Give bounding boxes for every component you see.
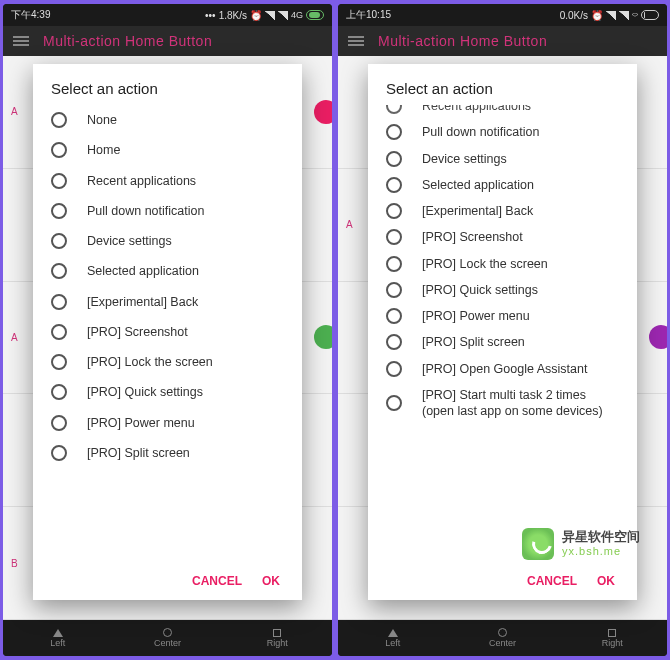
radio-icon	[386, 151, 402, 167]
status-time: 上午10:15	[346, 8, 391, 22]
nav-left[interactable]: Left	[338, 620, 448, 656]
radio-icon	[386, 395, 402, 411]
signal-icon	[619, 11, 629, 20]
radio-icon	[51, 233, 67, 249]
dialog-title: Select an action	[368, 64, 637, 105]
radio-option[interactable]: Recent applications	[41, 166, 294, 196]
circle-icon	[498, 628, 507, 637]
cancel-button[interactable]: CANCEL	[192, 574, 242, 588]
radio-option[interactable]: [PRO] Power menu	[376, 303, 629, 329]
radio-option[interactable]: Selected application	[376, 172, 629, 198]
radio-option[interactable]: [PRO] Lock the screen	[41, 347, 294, 377]
dialog-title: Select an action	[33, 64, 302, 105]
nav-right[interactable]: Right	[222, 620, 332, 656]
nav-right[interactable]: Right	[557, 620, 667, 656]
radio-icon	[386, 105, 402, 114]
radio-option[interactable]: [Experimental] Back	[41, 287, 294, 317]
radio-icon	[51, 324, 67, 340]
radio-option[interactable]: [PRO] Quick settings	[41, 377, 294, 407]
square-icon	[273, 629, 281, 637]
dialog-actions: CANCEL OK	[368, 564, 637, 600]
status-time: 下午4:39	[11, 8, 50, 22]
radio-option[interactable]: Home	[41, 135, 294, 165]
triangle-icon	[388, 629, 398, 637]
bottom-nav: Left Center Right	[338, 620, 667, 656]
dialog-actions: CANCEL OK	[33, 564, 302, 600]
nav-center[interactable]: Center	[448, 620, 558, 656]
radio-icon	[386, 124, 402, 140]
ok-button[interactable]: OK	[262, 574, 280, 588]
hamburger-icon[interactable]	[348, 36, 364, 46]
radio-icon	[386, 203, 402, 219]
radio-icon	[386, 334, 402, 350]
battery-icon	[641, 10, 659, 20]
radio-option[interactable]: Device settings	[376, 146, 629, 172]
radio-option[interactable]: None	[41, 105, 294, 135]
status-4g: 4G	[291, 10, 303, 20]
hamburger-icon[interactable]	[13, 36, 29, 46]
radio-option[interactable]: Device settings	[41, 226, 294, 256]
radio-option[interactable]: Pull down notification	[41, 196, 294, 226]
alarm-icon: ⏰	[591, 10, 603, 21]
radio-icon	[51, 354, 67, 370]
radio-option[interactable]: [PRO] Lock the screen	[376, 251, 629, 277]
alarm-icon: ⏰	[250, 10, 262, 21]
status-net: 1.8K/s	[219, 10, 247, 21]
radio-option[interactable]: [PRO] Split screen	[41, 438, 294, 468]
radio-option[interactable]: [PRO] Quick settings	[376, 277, 629, 303]
signal-icon	[265, 11, 275, 20]
watermark-line2: yx.bsh.me	[562, 545, 640, 558]
dialog-list[interactable]: None Home Recent applications Pull down …	[33, 105, 302, 564]
triangle-icon	[53, 629, 63, 637]
app-header: Multi-action Home Button	[3, 26, 332, 56]
app-header: Multi-action Home Button	[338, 26, 667, 56]
radio-icon	[51, 173, 67, 189]
select-action-dialog: Select an action Recent applications Pul…	[368, 64, 637, 600]
watermark: 异星软件空间 yx.bsh.me	[522, 528, 640, 560]
radio-icon	[51, 294, 67, 310]
radio-icon	[51, 384, 67, 400]
radio-option[interactable]: [PRO] Start multi task 2 times (open las…	[376, 382, 629, 425]
ok-button[interactable]: OK	[597, 574, 615, 588]
nav-center[interactable]: Center	[113, 620, 223, 656]
app-title: Multi-action Home Button	[43, 33, 212, 49]
watermark-line1: 异星软件空间	[562, 530, 640, 545]
bottom-nav: Left Center Right	[3, 620, 332, 656]
radio-icon	[386, 177, 402, 193]
square-icon	[608, 629, 616, 637]
signal-icon	[606, 11, 616, 20]
radio-option[interactable]: Recent applications	[376, 105, 629, 119]
radio-icon	[51, 263, 67, 279]
radio-icon	[51, 415, 67, 431]
wifi-icon: ⌔	[632, 10, 638, 21]
radio-option[interactable]: [PRO] Screenshot	[376, 224, 629, 250]
radio-option[interactable]: [PRO] Open Google Assistant	[376, 356, 629, 382]
dialog-list[interactable]: Recent applications Pull down notificati…	[368, 105, 637, 564]
left-phone: 下午4:39 ••• 1.8K/s ⏰ 4G Multi-action Home…	[3, 4, 332, 656]
status-bar: 下午4:39 ••• 1.8K/s ⏰ 4G	[3, 4, 332, 26]
radio-option[interactable]: [PRO] Power menu	[41, 408, 294, 438]
radio-icon	[386, 229, 402, 245]
status-dots-icon: •••	[205, 10, 216, 21]
radio-option[interactable]: [PRO] Screenshot	[41, 317, 294, 347]
watermark-logo-icon	[522, 528, 554, 560]
circle-icon	[163, 628, 172, 637]
battery-icon	[306, 10, 324, 20]
radio-icon	[51, 445, 67, 461]
nav-left[interactable]: Left	[3, 620, 113, 656]
radio-icon	[51, 203, 67, 219]
signal-icon	[278, 11, 288, 20]
radio-icon	[51, 142, 67, 158]
radio-icon	[386, 256, 402, 272]
radio-icon	[386, 361, 402, 377]
radio-option[interactable]: Pull down notification	[376, 119, 629, 145]
radio-option[interactable]: [PRO] Split screen	[376, 329, 629, 355]
select-action-dialog: Select an action None Home Recent applic…	[33, 64, 302, 600]
radio-icon	[51, 112, 67, 128]
radio-icon	[386, 282, 402, 298]
status-net: 0.0K/s	[560, 10, 588, 21]
cancel-button[interactable]: CANCEL	[527, 574, 577, 588]
radio-option[interactable]: Selected application	[41, 256, 294, 286]
radio-option[interactable]: [Experimental] Back	[376, 198, 629, 224]
status-bar: 上午10:15 0.0K/s ⏰ ⌔	[338, 4, 667, 26]
